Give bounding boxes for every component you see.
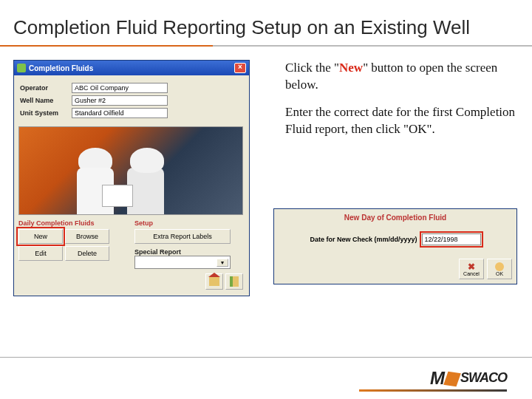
ok-button[interactable]: OK	[487, 259, 512, 279]
window-icon-row	[18, 269, 245, 291]
new-button[interactable]: New	[18, 229, 63, 244]
brand-logo: MSWACO	[430, 368, 507, 389]
unitsystem-field[interactable]: Standard Oilfield	[72, 108, 168, 118]
ok-icon	[495, 262, 504, 271]
operator-field[interactable]: ABC Oil Company	[72, 83, 168, 93]
wellname-field[interactable]: Gusher #2	[72, 95, 168, 106]
date-label: Date for New Check (mm/dd/yyyy)	[310, 236, 417, 243]
extra-report-labels-button[interactable]: Extra Report Labels	[134, 229, 231, 244]
setup-section: Setup Extra Report Labels Special Report	[134, 219, 245, 269]
logo-underline	[359, 389, 507, 392]
logo-mark-icon	[443, 372, 461, 386]
instruction-1: Click the "New" button to open the scree…	[285, 60, 519, 94]
dialog-title: New Day of Completion Fluid	[274, 209, 516, 229]
cancel-button[interactable]: ✖ Cancel	[459, 259, 484, 279]
setup-section-label: Setup	[134, 219, 245, 227]
footer-divider	[0, 357, 532, 358]
window-body: Operator ABC Oil Company Well Name Gushe…	[14, 75, 249, 296]
sections: Daily Completion Fluids New Browse Edit …	[18, 219, 245, 269]
exit-icon[interactable]	[225, 273, 243, 290]
window-title: Completion Fluids	[29, 64, 93, 72]
instruction-2: Enter the correct date for the first Com…	[285, 104, 519, 138]
logo-m: M	[430, 368, 444, 388]
daily-section-label: Daily Completion Fluids	[18, 219, 129, 227]
daily-section: Daily Completion Fluids New Browse Edit …	[18, 219, 129, 269]
wellname-label: Well Name	[20, 97, 72, 104]
instr1-highlight: New	[339, 61, 363, 75]
cancel-icon: ✖	[468, 262, 475, 271]
delete-button[interactable]: Delete	[65, 246, 109, 261]
window-titlebar: Completion Fluids ×	[14, 61, 249, 75]
operator-label: Operator	[20, 84, 72, 92]
edit-button[interactable]: Edit	[18, 246, 63, 261]
unitsystem-label: Unit System	[20, 109, 72, 117]
home-icon[interactable]	[205, 273, 223, 290]
close-icon[interactable]: ×	[234, 63, 246, 73]
cancel-label: Cancel	[463, 271, 480, 276]
logo-swaco: SWACO	[460, 370, 507, 385]
completion-fluids-window: Completion Fluids × Operator ABC Oil Com…	[13, 60, 250, 296]
new-day-dialog: New Day of Completion Fluid Date for New…	[273, 208, 517, 284]
app-icon	[17, 64, 26, 72]
info-grid: Operator ABC Oil Company Well Name Gushe…	[18, 80, 245, 123]
browse-button[interactable]: Browse	[65, 229, 109, 244]
special-report-select[interactable]	[134, 256, 231, 269]
ok-label: OK	[496, 271, 503, 276]
left-column: Completion Fluids × Operator ABC Oil Com…	[13, 60, 265, 296]
illustration-photo	[18, 126, 243, 215]
special-report-label: Special Report	[134, 248, 245, 256]
date-input[interactable]: 12/22/1998	[422, 233, 481, 245]
instr1-pre: Click the "	[285, 61, 339, 75]
title-divider	[0, 45, 532, 47]
slide-title: Completion Fluid Reporting Setup on an E…	[0, 0, 532, 45]
